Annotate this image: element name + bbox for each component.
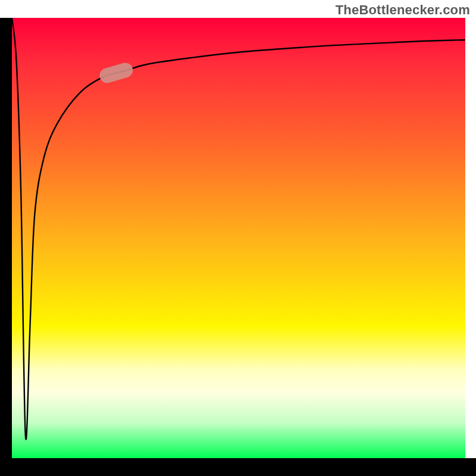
x-axis [0, 458, 476, 476]
curve-marker [98, 61, 134, 84]
attribution-label: TheBottlenecker.com [336, 2, 470, 18]
bottleneck-curve [12, 18, 465, 439]
y-axis [0, 18, 12, 458]
plot-area [12, 18, 465, 458]
plot-svg [12, 18, 465, 458]
